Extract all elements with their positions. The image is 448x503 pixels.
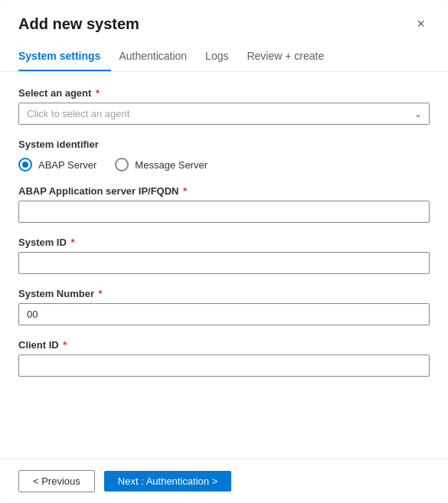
system-identifier-group: System identifier ABAP Server Message Se… [18, 139, 430, 171]
system-id-group: System ID * [18, 237, 430, 274]
required-star-4: * [96, 288, 103, 299]
system-number-label: System Number * [18, 288, 430, 299]
required-star: * [93, 87, 100, 99]
tab-logs[interactable]: Logs [205, 44, 239, 71]
system-identifier-label: System identifier [18, 139, 430, 150]
abap-ip-label: ABAP Application server IP/FQDN * [18, 185, 430, 197]
tab-authentication[interactable]: Authentication [119, 44, 198, 71]
select-agent-label: Select an agent * [18, 87, 430, 99]
select-agent-dropdown[interactable]: Click to select an agent [18, 103, 430, 125]
close-button[interactable]: × [412, 15, 430, 32]
dialog-body: Select an agent * Click to select an age… [0, 72, 448, 459]
abap-ip-input[interactable] [18, 201, 430, 223]
tabs: System settings Authentication Logs Revi… [0, 36, 448, 72]
radio-message-circle [115, 158, 129, 171]
radio-message[interactable]: Message Server [115, 158, 208, 171]
system-number-group: System Number * [18, 288, 430, 325]
dialog-footer: < Previous Next : Authentication > [0, 459, 448, 503]
abap-ip-group: ABAP Application server IP/FQDN * [18, 185, 430, 223]
system-number-input[interactable] [18, 303, 430, 325]
dialog-title: Add new system [18, 15, 139, 33]
select-agent-wrapper: Click to select an agent ⌄ [18, 103, 430, 125]
radio-abap[interactable]: ABAP Server [18, 158, 96, 171]
radio-abap-label: ABAP Server [38, 159, 96, 171]
next-button[interactable]: Next : Authentication > [104, 471, 231, 492]
required-star-5: * [60, 339, 67, 351]
add-new-system-dialog: Add new system × System settings Authent… [0, 0, 448, 503]
client-id-input[interactable] [18, 354, 430, 377]
tab-review-create[interactable]: Review + create [247, 44, 335, 71]
dialog-header: Add new system × [0, 0, 448, 33]
select-agent-group: Select an agent * Click to select an age… [18, 87, 430, 125]
client-id-group: Client ID * [18, 339, 430, 377]
client-id-label: Client ID * [18, 339, 430, 351]
radio-group: ABAP Server Message Server [18, 158, 430, 171]
required-star-2: * [181, 185, 188, 197]
radio-abap-circle [18, 158, 32, 171]
radio-message-label: Message Server [135, 159, 208, 171]
required-star-3: * [68, 237, 75, 248]
system-id-label: System ID * [18, 237, 430, 248]
previous-button[interactable]: < Previous [18, 470, 95, 492]
system-id-input[interactable] [18, 252, 430, 274]
tab-system-settings[interactable]: System settings [18, 44, 111, 71]
